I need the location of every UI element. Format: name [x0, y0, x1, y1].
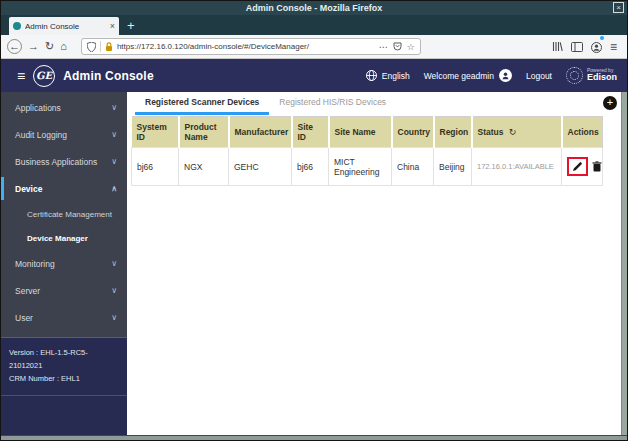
version-label: Version : EHL-1.5-RC5-21012021 — [9, 347, 119, 373]
col-system-id: System ID — [132, 117, 179, 148]
chevron-down-icon: ∨ — [111, 259, 117, 268]
page-actions-icon[interactable]: ⋯ — [379, 42, 388, 52]
add-device-button[interactable]: + — [603, 96, 617, 110]
person-icon — [501, 71, 510, 80]
window-bottom-edge — [1, 435, 627, 440]
sidebar-item-label: Device — [15, 184, 42, 194]
edison-logo-icon — [566, 67, 583, 84]
window-close-icon[interactable]: × — [613, 2, 624, 13]
main-content: Registered Scanner Devices Registered HI… — [127, 92, 627, 435]
sidebar-item-applications[interactable]: Applications ∨ — [1, 94, 127, 121]
account-notification-dot — [600, 36, 604, 40]
delete-trash-icon[interactable] — [592, 161, 602, 172]
chevron-down-icon: ∨ — [111, 130, 117, 139]
library-icon[interactable] — [552, 41, 563, 52]
sidebar-item-device[interactable]: Device ∧ — [1, 175, 127, 202]
urlbar-divider — [100, 41, 101, 52]
sidebar-item-label: Audit Logging — [15, 130, 67, 140]
col-status: Status ↻ — [472, 117, 562, 148]
os-titlebar: Admin Console - Mozilla Firefox × — [1, 1, 627, 15]
page-body: Applications ∨ Audit Logging ∨ Business … — [1, 92, 627, 435]
sidebar-item-audit-logging[interactable]: Audit Logging ∨ — [1, 121, 127, 148]
sidebar-subitem-device-manager[interactable]: Device Manager — [1, 226, 127, 250]
col-manufacturer: Manufacturer — [229, 117, 292, 148]
cell-actions — [562, 148, 603, 186]
devices-table: System ID Product Name Manufacturer Site… — [131, 116, 603, 186]
status-label: Status — [478, 127, 504, 137]
cell-system-id: bj66 — [132, 148, 179, 186]
url-text[interactable]: https://172.16.0.120/admin-console/#/Dev… — [117, 42, 375, 51]
browser-scrollbar[interactable] — [621, 92, 627, 435]
cell-product-name: NGX — [179, 148, 229, 186]
ge-logo: GE — [33, 65, 55, 87]
sidebar-subitem-certificate-management[interactable]: Certificate Management — [1, 202, 127, 226]
sidebar-item-business-applications[interactable]: Business Applications ∨ — [1, 148, 127, 175]
table-header-row: System ID Product Name Manufacturer Site… — [132, 117, 603, 148]
logout-button[interactable]: Logout — [526, 71, 552, 81]
globe-icon — [366, 70, 377, 81]
sidebar-item-label: Applications — [15, 103, 61, 113]
sidebar-item-label: Server — [15, 286, 40, 296]
url-bar[interactable]: https://172.16.0.120/admin-console/#/Dev… — [81, 38, 421, 55]
new-tab-button[interactable]: + — [119, 17, 143, 35]
tab-registered-scanner-devices[interactable]: Registered Scanner Devices — [135, 92, 269, 115]
edison-label: Edison — [587, 73, 617, 83]
lock-icon[interactable] — [105, 42, 113, 52]
cell-manufacturer: GEHC — [229, 148, 292, 186]
sidebar-item-monitoring[interactable]: Monitoring ∨ — [1, 250, 127, 277]
crm-number-label: CRM Number : EHL1 — [9, 373, 119, 386]
language-selector[interactable]: English — [366, 70, 410, 81]
browser-window: Admin Console - Mozilla Firefox × Admin … — [0, 0, 628, 441]
tab-registered-hisris-devices[interactable]: Registered HIS/RIS Devices — [269, 92, 396, 115]
bookmark-star-icon[interactable]: ☆ — [407, 42, 415, 52]
chevron-down-icon: ∨ — [111, 103, 117, 112]
col-region: Region — [434, 117, 472, 148]
welcome-label: Welcome geadmin — [424, 71, 494, 81]
cell-region: Beijing — [434, 148, 472, 186]
browser-tabbar: Admin Console × + — [1, 15, 627, 35]
tab-favicon — [13, 22, 21, 30]
window-title: Admin Console - Mozilla Firefox — [246, 3, 383, 13]
toolbar-right: ≡ — [552, 38, 621, 56]
app-hamburger-icon[interactable]: ≡ — [17, 68, 25, 84]
sidebar-item-server[interactable]: Server ∨ — [1, 277, 127, 304]
browser-tab[interactable]: Admin Console × — [9, 17, 119, 35]
cell-status: 172.16.0.1:AVAILABLE — [472, 148, 562, 186]
cell-site-id: bj66 — [292, 148, 329, 186]
back-button[interactable]: ← — [7, 39, 22, 54]
refresh-status-icon[interactable]: ↻ — [509, 127, 517, 137]
user-welcome[interactable]: Welcome geadmin — [424, 69, 512, 82]
device-tabs: Registered Scanner Devices Registered HI… — [129, 92, 627, 115]
tab-title: Admin Console — [25, 22, 106, 31]
annotation-highlight-box — [567, 157, 588, 176]
sidebar-subitem-label: Device Manager — [27, 234, 88, 243]
col-site-id: Site ID — [292, 117, 329, 148]
home-button[interactable]: ⌂ — [60, 41, 67, 52]
tab-close-icon[interactable]: × — [110, 21, 115, 31]
sidebar-footer: Version : EHL-1.5-RC5-21012021 CRM Numbe… — [1, 337, 127, 435]
chevron-up-icon: ∧ — [111, 184, 117, 193]
forward-button[interactable]: → — [28, 41, 39, 52]
app-title: Admin Console — [63, 69, 154, 83]
table-row: bj66 NGX GEHC bj66 MICT Engineering Chin… — [132, 148, 603, 186]
sidebar-toggle-icon[interactable] — [571, 42, 583, 52]
sidebar-item-label: User — [15, 313, 33, 323]
app-header: ≡ GE Admin Console English Welcome geadm… — [1, 59, 627, 92]
chevron-down-icon: ∨ — [111, 157, 117, 166]
cell-country: China — [392, 148, 434, 186]
reload-button[interactable]: ↻ — [45, 41, 54, 52]
sidebar-subitem-label: Certificate Management — [27, 210, 112, 219]
edit-pencil-icon[interactable] — [572, 161, 583, 172]
menu-icon[interactable]: ≡ — [610, 40, 617, 54]
col-country: Country — [392, 117, 434, 148]
browser-toolbar: ← → ↻ ⌂ https://172.16.0.120/admin-conso… — [1, 35, 627, 59]
avatar[interactable] — [499, 69, 512, 82]
edison-badge: Powered by Edison — [566, 67, 617, 84]
col-actions: Actions — [562, 117, 603, 148]
sidebar-item-user[interactable]: User ∨ — [1, 304, 127, 331]
shield-icon[interactable] — [87, 42, 96, 52]
pocket-icon[interactable] — [393, 42, 402, 51]
col-site-name: Site Name — [329, 117, 392, 148]
chevron-down-icon: ∨ — [111, 286, 117, 295]
account-icon[interactable] — [591, 38, 602, 56]
